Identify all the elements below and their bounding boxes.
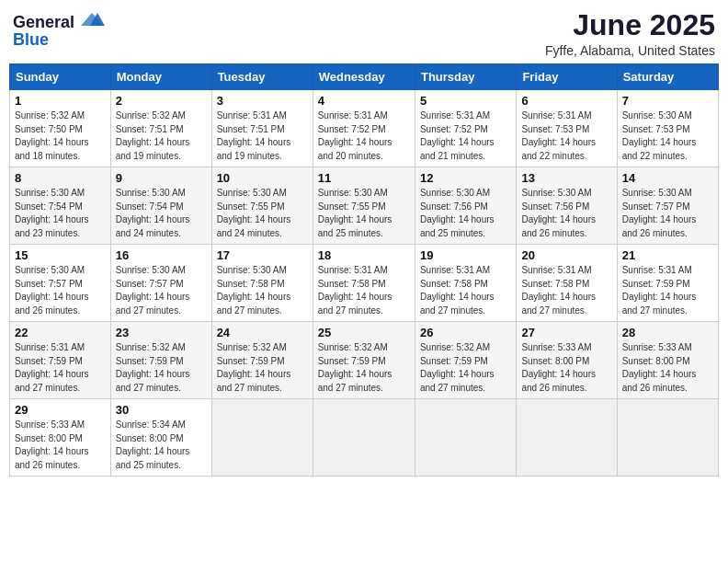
day-number: 13 <box>521 171 611 185</box>
calendar-day-cell: 30Sunrise: 5:34 AMSunset: 8:00 PMDayligh… <box>110 399 211 477</box>
calendar-day-cell: 6Sunrise: 5:31 AMSunset: 7:53 PMDaylight… <box>517 90 617 167</box>
day-info: Sunrise: 5:30 AMSunset: 7:56 PMDaylight:… <box>521 187 611 240</box>
day-info: Sunrise: 5:30 AMSunset: 7:56 PMDaylight:… <box>420 187 511 240</box>
calendar-day-cell: 5Sunrise: 5:31 AMSunset: 7:52 PMDaylight… <box>415 90 516 167</box>
day-number: 4 <box>318 94 410 108</box>
day-number: 15 <box>15 248 106 262</box>
title-block: June 2025 Fyffe, Alabama, United States <box>545 9 715 58</box>
day-number: 2 <box>116 94 207 108</box>
calendar-day-cell: 17Sunrise: 5:30 AMSunset: 7:58 PMDayligh… <box>211 245 313 322</box>
day-info: Sunrise: 5:30 AMSunset: 7:57 PMDaylight:… <box>622 187 713 240</box>
day-info: Sunrise: 5:30 AMSunset: 7:54 PMDaylight:… <box>15 187 106 240</box>
day-info: Sunrise: 5:32 AMSunset: 7:50 PMDaylight:… <box>15 109 106 163</box>
calendar-week-row: 1Sunrise: 5:32 AMSunset: 7:50 PMDaylight… <box>10 90 719 167</box>
day-number: 18 <box>318 248 410 262</box>
day-info: Sunrise: 5:33 AMSunset: 8:00 PMDaylight:… <box>15 419 106 472</box>
day-number: 25 <box>318 326 410 339</box>
day-info: Sunrise: 5:34 AMSunset: 8:00 PMDaylight:… <box>116 419 207 472</box>
calendar-day-cell <box>617 399 718 477</box>
calendar-day-cell: 8Sunrise: 5:30 AMSunset: 7:54 PMDaylight… <box>10 167 111 245</box>
day-info: Sunrise: 5:31 AMSunset: 7:52 PMDaylight:… <box>420 109 511 163</box>
weekday-header-saturday: Saturday <box>617 64 718 90</box>
day-info: Sunrise: 5:31 AMSunset: 7:58 PMDaylight:… <box>521 264 611 317</box>
calendar-day-cell <box>517 399 617 477</box>
calendar-day-cell: 10Sunrise: 5:30 AMSunset: 7:55 PMDayligh… <box>211 167 313 245</box>
calendar-day-cell: 12Sunrise: 5:30 AMSunset: 7:56 PMDayligh… <box>415 167 516 245</box>
day-number: 12 <box>420 171 511 185</box>
logo-icon <box>79 11 105 28</box>
calendar-day-cell: 13Sunrise: 5:30 AMSunset: 7:56 PMDayligh… <box>517 167 617 245</box>
day-number: 16 <box>116 248 207 262</box>
day-number: 17 <box>217 248 308 262</box>
calendar-day-cell: 27Sunrise: 5:33 AMSunset: 8:00 PMDayligh… <box>517 322 617 399</box>
logo: General Blue <box>13 9 105 48</box>
calendar-week-row: 22Sunrise: 5:31 AMSunset: 7:59 PMDayligh… <box>10 322 719 399</box>
day-info: Sunrise: 5:31 AMSunset: 7:51 PMDaylight:… <box>217 109 308 163</box>
calendar-day-cell: 20Sunrise: 5:31 AMSunset: 7:58 PMDayligh… <box>517 245 617 322</box>
day-number: 19 <box>420 248 511 262</box>
day-info: Sunrise: 5:33 AMSunset: 8:00 PMDaylight:… <box>622 341 713 395</box>
calendar-day-cell: 23Sunrise: 5:32 AMSunset: 7:59 PMDayligh… <box>110 322 211 399</box>
day-number: 20 <box>521 248 611 262</box>
calendar-day-cell: 9Sunrise: 5:30 AMSunset: 7:54 PMDaylight… <box>110 167 211 245</box>
day-number: 26 <box>420 326 511 339</box>
calendar-day-cell: 1Sunrise: 5:32 AMSunset: 7:50 PMDaylight… <box>10 90 111 167</box>
weekday-header-monday: Monday <box>110 64 211 90</box>
calendar-day-cell <box>211 399 313 477</box>
calendar-week-row: 15Sunrise: 5:30 AMSunset: 7:57 PMDayligh… <box>10 245 719 322</box>
day-number: 24 <box>217 326 308 339</box>
calendar-day-cell: 28Sunrise: 5:33 AMSunset: 8:00 PMDayligh… <box>617 322 718 399</box>
day-number: 11 <box>318 171 410 185</box>
calendar-week-row: 29Sunrise: 5:33 AMSunset: 8:00 PMDayligh… <box>10 399 719 477</box>
day-info: Sunrise: 5:32 AMSunset: 7:51 PMDaylight:… <box>116 109 207 163</box>
calendar-day-cell: 7Sunrise: 5:30 AMSunset: 7:53 PMDaylight… <box>617 90 718 167</box>
day-info: Sunrise: 5:30 AMSunset: 7:55 PMDaylight:… <box>217 187 308 240</box>
day-number: 21 <box>622 248 713 262</box>
month-title: June 2025 <box>545 9 715 41</box>
day-number: 30 <box>116 403 207 417</box>
day-info: Sunrise: 5:31 AMSunset: 7:59 PMDaylight:… <box>622 264 713 317</box>
calendar-day-cell: 18Sunrise: 5:31 AMSunset: 7:58 PMDayligh… <box>313 245 415 322</box>
calendar-header-row: SundayMondayTuesdayWednesdayThursdayFrid… <box>10 64 719 90</box>
day-number: 27 <box>521 326 611 339</box>
calendar-day-cell: 24Sunrise: 5:32 AMSunset: 7:59 PMDayligh… <box>211 322 313 399</box>
day-number: 22 <box>15 326 106 339</box>
day-number: 1 <box>15 94 106 108</box>
calendar-day-cell: 3Sunrise: 5:31 AMSunset: 7:51 PMDaylight… <box>211 90 313 167</box>
day-number: 3 <box>217 94 308 108</box>
day-info: Sunrise: 5:32 AMSunset: 7:59 PMDaylight:… <box>420 341 511 395</box>
calendar-day-cell: 15Sunrise: 5:30 AMSunset: 7:57 PMDayligh… <box>10 245 111 322</box>
calendar-day-cell: 19Sunrise: 5:31 AMSunset: 7:58 PMDayligh… <box>415 245 516 322</box>
weekday-header-thursday: Thursday <box>415 64 516 90</box>
calendar-day-cell: 21Sunrise: 5:31 AMSunset: 7:59 PMDayligh… <box>617 245 718 322</box>
weekday-header-sunday: Sunday <box>10 64 111 90</box>
day-number: 23 <box>116 326 207 339</box>
day-info: Sunrise: 5:31 AMSunset: 7:52 PMDaylight:… <box>318 109 410 163</box>
day-number: 29 <box>15 403 106 417</box>
day-number: 5 <box>420 94 511 108</box>
calendar-day-cell: 16Sunrise: 5:30 AMSunset: 7:57 PMDayligh… <box>110 245 211 322</box>
calendar-day-cell <box>313 399 415 477</box>
calendar-day-cell: 25Sunrise: 5:32 AMSunset: 7:59 PMDayligh… <box>313 322 415 399</box>
day-info: Sunrise: 5:33 AMSunset: 8:00 PMDaylight:… <box>521 341 611 395</box>
calendar-day-cell: 11Sunrise: 5:30 AMSunset: 7:55 PMDayligh… <box>313 167 415 245</box>
day-info: Sunrise: 5:30 AMSunset: 7:54 PMDaylight:… <box>116 187 207 240</box>
day-info: Sunrise: 5:30 AMSunset: 7:57 PMDaylight:… <box>15 264 106 317</box>
calendar-day-cell: 2Sunrise: 5:32 AMSunset: 7:51 PMDaylight… <box>110 90 211 167</box>
day-info: Sunrise: 5:32 AMSunset: 7:59 PMDaylight:… <box>217 341 308 395</box>
logo-general-text: General <box>13 13 74 31</box>
calendar-day-cell: 4Sunrise: 5:31 AMSunset: 7:52 PMDaylight… <box>313 90 415 167</box>
calendar-day-cell: 26Sunrise: 5:32 AMSunset: 7:59 PMDayligh… <box>415 322 516 399</box>
day-number: 6 <box>521 94 611 108</box>
location-title: Fyffe, Alabama, United States <box>545 43 715 58</box>
weekday-header-wednesday: Wednesday <box>313 64 415 90</box>
calendar-week-row: 8Sunrise: 5:30 AMSunset: 7:54 PMDaylight… <box>10 167 719 245</box>
logo-blue-text: Blue <box>13 31 49 48</box>
day-number: 9 <box>116 171 207 185</box>
day-number: 10 <box>217 171 308 185</box>
calendar-day-cell <box>415 399 516 477</box>
calendar-day-cell: 22Sunrise: 5:31 AMSunset: 7:59 PMDayligh… <box>10 322 111 399</box>
day-info: Sunrise: 5:31 AMSunset: 7:53 PMDaylight:… <box>521 109 611 163</box>
day-number: 14 <box>622 171 713 185</box>
weekday-header-friday: Friday <box>517 64 617 90</box>
